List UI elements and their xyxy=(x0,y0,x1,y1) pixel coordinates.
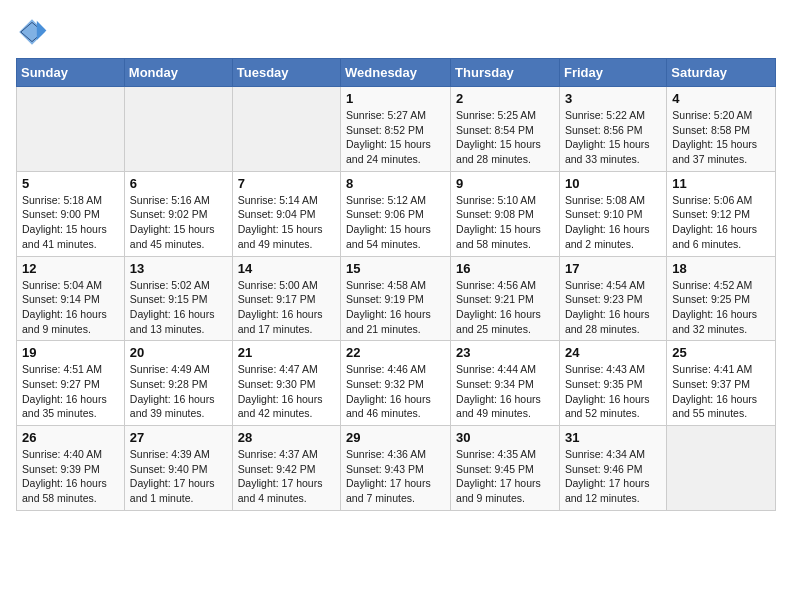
day-number: 16 xyxy=(456,261,554,276)
calendar-header-row: SundayMondayTuesdayWednesdayThursdayFrid… xyxy=(17,59,776,87)
calendar-cell: 12Sunrise: 5:04 AM Sunset: 9:14 PM Dayli… xyxy=(17,256,125,341)
day-info: Sunrise: 5:10 AM Sunset: 9:08 PM Dayligh… xyxy=(456,193,554,252)
calendar-cell: 29Sunrise: 4:36 AM Sunset: 9:43 PM Dayli… xyxy=(341,426,451,511)
day-info: Sunrise: 5:00 AM Sunset: 9:17 PM Dayligh… xyxy=(238,278,335,337)
day-info: Sunrise: 5:20 AM Sunset: 8:58 PM Dayligh… xyxy=(672,108,770,167)
day-number: 8 xyxy=(346,176,445,191)
day-number: 14 xyxy=(238,261,335,276)
day-number: 4 xyxy=(672,91,770,106)
day-info: Sunrise: 4:37 AM Sunset: 9:42 PM Dayligh… xyxy=(238,447,335,506)
calendar-cell: 6Sunrise: 5:16 AM Sunset: 9:02 PM Daylig… xyxy=(124,171,232,256)
day-number: 31 xyxy=(565,430,661,445)
calendar-cell: 20Sunrise: 4:49 AM Sunset: 9:28 PM Dayli… xyxy=(124,341,232,426)
day-number: 19 xyxy=(22,345,119,360)
svg-marker-2 xyxy=(37,21,47,40)
calendar-cell xyxy=(124,87,232,172)
calendar-cell: 28Sunrise: 4:37 AM Sunset: 9:42 PM Dayli… xyxy=(232,426,340,511)
day-info: Sunrise: 5:14 AM Sunset: 9:04 PM Dayligh… xyxy=(238,193,335,252)
day-info: Sunrise: 4:44 AM Sunset: 9:34 PM Dayligh… xyxy=(456,362,554,421)
day-number: 5 xyxy=(22,176,119,191)
day-info: Sunrise: 5:27 AM Sunset: 8:52 PM Dayligh… xyxy=(346,108,445,167)
day-info: Sunrise: 5:06 AM Sunset: 9:12 PM Dayligh… xyxy=(672,193,770,252)
column-header-wednesday: Wednesday xyxy=(341,59,451,87)
calendar-cell: 18Sunrise: 4:52 AM Sunset: 9:25 PM Dayli… xyxy=(667,256,776,341)
day-info: Sunrise: 5:02 AM Sunset: 9:15 PM Dayligh… xyxy=(130,278,227,337)
header xyxy=(16,16,776,48)
day-number: 12 xyxy=(22,261,119,276)
day-info: Sunrise: 5:12 AM Sunset: 9:06 PM Dayligh… xyxy=(346,193,445,252)
day-number: 17 xyxy=(565,261,661,276)
calendar-cell: 15Sunrise: 4:58 AM Sunset: 9:19 PM Dayli… xyxy=(341,256,451,341)
day-number: 26 xyxy=(22,430,119,445)
calendar-cell: 7Sunrise: 5:14 AM Sunset: 9:04 PM Daylig… xyxy=(232,171,340,256)
day-number: 13 xyxy=(130,261,227,276)
day-info: Sunrise: 4:54 AM Sunset: 9:23 PM Dayligh… xyxy=(565,278,661,337)
calendar-cell: 8Sunrise: 5:12 AM Sunset: 9:06 PM Daylig… xyxy=(341,171,451,256)
week-row-4: 19Sunrise: 4:51 AM Sunset: 9:27 PM Dayli… xyxy=(17,341,776,426)
day-info: Sunrise: 5:18 AM Sunset: 9:00 PM Dayligh… xyxy=(22,193,119,252)
week-row-1: 1Sunrise: 5:27 AM Sunset: 8:52 PM Daylig… xyxy=(17,87,776,172)
day-number: 7 xyxy=(238,176,335,191)
calendar-cell: 17Sunrise: 4:54 AM Sunset: 9:23 PM Dayli… xyxy=(559,256,666,341)
day-number: 27 xyxy=(130,430,227,445)
day-info: Sunrise: 5:04 AM Sunset: 9:14 PM Dayligh… xyxy=(22,278,119,337)
calendar-cell: 25Sunrise: 4:41 AM Sunset: 9:37 PM Dayli… xyxy=(667,341,776,426)
day-number: 15 xyxy=(346,261,445,276)
day-number: 9 xyxy=(456,176,554,191)
day-info: Sunrise: 5:16 AM Sunset: 9:02 PM Dayligh… xyxy=(130,193,227,252)
column-header-tuesday: Tuesday xyxy=(232,59,340,87)
day-number: 1 xyxy=(346,91,445,106)
day-number: 25 xyxy=(672,345,770,360)
column-header-monday: Monday xyxy=(124,59,232,87)
calendar-cell: 23Sunrise: 4:44 AM Sunset: 9:34 PM Dayli… xyxy=(451,341,560,426)
day-info: Sunrise: 5:08 AM Sunset: 9:10 PM Dayligh… xyxy=(565,193,661,252)
day-info: Sunrise: 4:51 AM Sunset: 9:27 PM Dayligh… xyxy=(22,362,119,421)
day-info: Sunrise: 5:25 AM Sunset: 8:54 PM Dayligh… xyxy=(456,108,554,167)
day-number: 20 xyxy=(130,345,227,360)
calendar-cell: 10Sunrise: 5:08 AM Sunset: 9:10 PM Dayli… xyxy=(559,171,666,256)
week-row-3: 12Sunrise: 5:04 AM Sunset: 9:14 PM Dayli… xyxy=(17,256,776,341)
calendar-cell: 3Sunrise: 5:22 AM Sunset: 8:56 PM Daylig… xyxy=(559,87,666,172)
day-number: 28 xyxy=(238,430,335,445)
calendar-cell: 24Sunrise: 4:43 AM Sunset: 9:35 PM Dayli… xyxy=(559,341,666,426)
day-number: 6 xyxy=(130,176,227,191)
calendar-cell: 30Sunrise: 4:35 AM Sunset: 9:45 PM Dayli… xyxy=(451,426,560,511)
calendar-cell: 5Sunrise: 5:18 AM Sunset: 9:00 PM Daylig… xyxy=(17,171,125,256)
day-number: 10 xyxy=(565,176,661,191)
calendar-cell: 1Sunrise: 5:27 AM Sunset: 8:52 PM Daylig… xyxy=(341,87,451,172)
day-number: 29 xyxy=(346,430,445,445)
calendar-cell: 22Sunrise: 4:46 AM Sunset: 9:32 PM Dayli… xyxy=(341,341,451,426)
calendar-cell: 27Sunrise: 4:39 AM Sunset: 9:40 PM Dayli… xyxy=(124,426,232,511)
day-info: Sunrise: 4:34 AM Sunset: 9:46 PM Dayligh… xyxy=(565,447,661,506)
day-info: Sunrise: 4:41 AM Sunset: 9:37 PM Dayligh… xyxy=(672,362,770,421)
calendar-cell xyxy=(232,87,340,172)
day-number: 18 xyxy=(672,261,770,276)
day-info: Sunrise: 4:47 AM Sunset: 9:30 PM Dayligh… xyxy=(238,362,335,421)
day-number: 2 xyxy=(456,91,554,106)
calendar-cell: 9Sunrise: 5:10 AM Sunset: 9:08 PM Daylig… xyxy=(451,171,560,256)
logo-icon xyxy=(16,16,48,48)
calendar-cell: 31Sunrise: 4:34 AM Sunset: 9:46 PM Dayli… xyxy=(559,426,666,511)
calendar-cell: 26Sunrise: 4:40 AM Sunset: 9:39 PM Dayli… xyxy=(17,426,125,511)
calendar-cell: 14Sunrise: 5:00 AM Sunset: 9:17 PM Dayli… xyxy=(232,256,340,341)
logo-area xyxy=(16,16,52,48)
calendar-cell: 13Sunrise: 5:02 AM Sunset: 9:15 PM Dayli… xyxy=(124,256,232,341)
column-header-thursday: Thursday xyxy=(451,59,560,87)
calendar-cell: 11Sunrise: 5:06 AM Sunset: 9:12 PM Dayli… xyxy=(667,171,776,256)
day-number: 24 xyxy=(565,345,661,360)
day-info: Sunrise: 4:49 AM Sunset: 9:28 PM Dayligh… xyxy=(130,362,227,421)
calendar-cell: 21Sunrise: 4:47 AM Sunset: 9:30 PM Dayli… xyxy=(232,341,340,426)
week-row-2: 5Sunrise: 5:18 AM Sunset: 9:00 PM Daylig… xyxy=(17,171,776,256)
day-info: Sunrise: 4:35 AM Sunset: 9:45 PM Dayligh… xyxy=(456,447,554,506)
day-info: Sunrise: 4:46 AM Sunset: 9:32 PM Dayligh… xyxy=(346,362,445,421)
day-number: 11 xyxy=(672,176,770,191)
week-row-5: 26Sunrise: 4:40 AM Sunset: 9:39 PM Dayli… xyxy=(17,426,776,511)
day-info: Sunrise: 4:36 AM Sunset: 9:43 PM Dayligh… xyxy=(346,447,445,506)
calendar-cell: 4Sunrise: 5:20 AM Sunset: 8:58 PM Daylig… xyxy=(667,87,776,172)
calendar-cell: 2Sunrise: 5:25 AM Sunset: 8:54 PM Daylig… xyxy=(451,87,560,172)
day-info: Sunrise: 4:58 AM Sunset: 9:19 PM Dayligh… xyxy=(346,278,445,337)
column-header-sunday: Sunday xyxy=(17,59,125,87)
day-number: 23 xyxy=(456,345,554,360)
calendar-cell xyxy=(17,87,125,172)
day-number: 30 xyxy=(456,430,554,445)
